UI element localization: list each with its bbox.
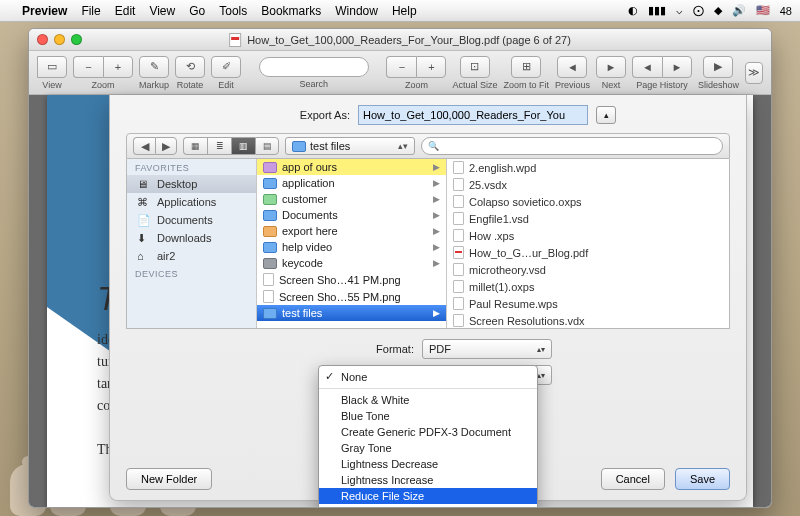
folder-item[interactable]: keycode▶ bbox=[257, 255, 446, 271]
file-item[interactable]: 25.vsdx bbox=[447, 176, 729, 193]
folder-item[interactable]: export here▶ bbox=[257, 223, 446, 239]
file-item[interactable]: Colapso sovietico.oxps bbox=[447, 193, 729, 210]
file-item[interactable]: microtheory.vsd bbox=[447, 261, 729, 278]
quartz-menu-item[interactable]: Reduce File Size bbox=[319, 488, 537, 504]
file-item[interactable]: millet(1).oxps bbox=[447, 278, 729, 295]
folder-item[interactable]: help video▶ bbox=[257, 239, 446, 255]
folder-item[interactable]: application▶ bbox=[257, 175, 446, 191]
file-browser-search[interactable]: 🔍 bbox=[421, 137, 723, 155]
file-item-label: Colapso sovietico.oxps bbox=[469, 196, 582, 208]
display-icon[interactable]: ◐ bbox=[628, 4, 638, 17]
menu-view[interactable]: View bbox=[149, 4, 175, 18]
folder-item[interactable]: Documents▶ bbox=[257, 207, 446, 223]
markup-button[interactable]: ✎ bbox=[139, 56, 169, 78]
nav-back-button[interactable]: ◀ bbox=[133, 137, 155, 155]
sidebar-item-downloads[interactable]: ⬇Downloads bbox=[127, 229, 256, 247]
quartz-menu-item[interactable]: None bbox=[319, 369, 537, 385]
nav-forward-button[interactable]: ▶ bbox=[155, 137, 177, 155]
format-label: Format: bbox=[304, 343, 414, 355]
collapse-expand-button[interactable]: ▴ bbox=[596, 106, 616, 124]
folder-item-label: test files bbox=[282, 307, 322, 319]
menu-file[interactable]: File bbox=[81, 4, 100, 18]
file-item[interactable]: Paul Resume.wps bbox=[447, 295, 729, 312]
cancel-button[interactable]: Cancel bbox=[601, 468, 665, 490]
zoom-in-button-2[interactable]: + bbox=[416, 56, 446, 78]
quartz-menu-item[interactable]: Gray Tone bbox=[319, 440, 537, 456]
devices-header: DEVICES bbox=[127, 265, 256, 281]
path-popup[interactable]: test files ▴▾ bbox=[285, 137, 415, 155]
coverflow-view-button[interactable]: ▤ bbox=[255, 137, 279, 155]
sidebar-item-air2[interactable]: ⌂air2 bbox=[127, 247, 256, 265]
menu-help[interactable]: Help bbox=[392, 4, 417, 18]
next-button[interactable]: ► bbox=[596, 56, 626, 78]
icon-view-button[interactable]: ▦ bbox=[183, 137, 207, 155]
titlebar[interactable]: How_to_Get_100,000_Readers_For_Your_Blog… bbox=[29, 29, 771, 51]
menu-edit[interactable]: Edit bbox=[115, 4, 136, 18]
folder-item[interactable]: Screen Sho…55 PM.png bbox=[257, 288, 446, 305]
zoom-to-fit-button[interactable]: ⊞ bbox=[511, 56, 541, 78]
app-menu[interactable]: Preview bbox=[22, 4, 67, 18]
dropbox-icon[interactable]: ◆ bbox=[714, 4, 722, 17]
file-browser-columns: FAVORITES 🖥Desktop⌘Applications📄Document… bbox=[126, 159, 730, 329]
sidebar-icon: 📄 bbox=[137, 214, 151, 226]
save-button[interactable]: Save bbox=[675, 468, 730, 490]
flag-icon[interactable]: 🇺🇸 bbox=[756, 4, 770, 17]
quartz-menu-item[interactable]: Lightness Increase bbox=[319, 472, 537, 488]
quartz-menu-item[interactable]: Black & White bbox=[319, 392, 537, 408]
quartz-filter-menu[interactable]: NoneBlack & WhiteBlue ToneCreate Generic… bbox=[318, 365, 538, 508]
format-popup[interactable]: PDF ▴▾ bbox=[422, 339, 552, 359]
folder-item[interactable]: test files▶ bbox=[257, 305, 446, 321]
folder-item[interactable]: Screen Sho…41 PM.png bbox=[257, 271, 446, 288]
sidebar-item-documents[interactable]: 📄Documents bbox=[127, 211, 256, 229]
menu-window[interactable]: Window bbox=[335, 4, 378, 18]
column-view-button[interactable]: ▥ bbox=[231, 137, 255, 155]
page-history-fwd[interactable]: ► bbox=[662, 56, 692, 78]
folder-item[interactable]: app of ours▶ bbox=[257, 159, 446, 175]
quartz-menu-item[interactable]: Create Generic PDFX-3 Document bbox=[319, 424, 537, 440]
previous-button[interactable]: ◄ bbox=[557, 56, 587, 78]
file-column[interactable]: 2.english.wpd25.vsdxColapso sovietico.ox… bbox=[447, 159, 729, 328]
view-mode-button[interactable]: ▭ bbox=[37, 56, 67, 78]
window-zoom-button[interactable] bbox=[71, 34, 82, 45]
wifi-icon[interactable]: ⌵ bbox=[676, 4, 683, 17]
menu-go[interactable]: Go bbox=[189, 4, 205, 18]
pdf-document-icon bbox=[229, 33, 241, 47]
sidebar-item-applications[interactable]: ⌘Applications bbox=[127, 193, 256, 211]
list-view-button[interactable]: ≣ bbox=[207, 137, 231, 155]
quartz-menu-item[interactable]: Lightness Decrease bbox=[319, 456, 537, 472]
zoom-in-button[interactable]: + bbox=[103, 56, 133, 78]
new-folder-button[interactable]: New Folder bbox=[126, 468, 212, 490]
chevron-right-icon: ▶ bbox=[433, 226, 440, 236]
zoom-out-button-2[interactable]: − bbox=[386, 56, 416, 78]
tb-slideshow-label: Slideshow bbox=[698, 80, 739, 90]
file-item[interactable]: How_to_G…ur_Blog.pdf bbox=[447, 244, 729, 261]
clock-text[interactable]: 48 bbox=[780, 5, 792, 17]
menu-bookmarks[interactable]: Bookmarks bbox=[261, 4, 321, 18]
rotate-button[interactable]: ⟲ bbox=[175, 56, 205, 78]
window-minimize-button[interactable] bbox=[54, 34, 65, 45]
toolbar-overflow-button[interactable]: ≫ bbox=[745, 62, 763, 84]
zoom-out-button[interactable]: − bbox=[73, 56, 103, 78]
quartz-menu-item[interactable]: Sepia Tone bbox=[319, 504, 537, 508]
actual-size-button[interactable]: ⊡ bbox=[460, 56, 490, 78]
folder-item[interactable]: customer▶ bbox=[257, 191, 446, 207]
page-history-back[interactable]: ◄ bbox=[632, 56, 662, 78]
toolbar-search-field[interactable] bbox=[259, 57, 369, 77]
file-item[interactable]: Screen Resolutions.vdx bbox=[447, 312, 729, 328]
edit-button[interactable]: ✐ bbox=[211, 56, 241, 78]
sidebar-item-label: Desktop bbox=[157, 178, 197, 190]
folder-item-label: Documents bbox=[282, 209, 338, 221]
sidebar-item-desktop[interactable]: 🖥Desktop bbox=[127, 175, 256, 193]
bluetooth-icon[interactable]: ⨀ bbox=[693, 4, 704, 17]
battery-icon[interactable]: ▮▮▮ bbox=[648, 4, 666, 17]
slideshow-button[interactable]: ▶ bbox=[703, 56, 733, 78]
folder-column[interactable]: app of ours▶application▶customer▶Documen… bbox=[257, 159, 447, 328]
file-item[interactable]: Engfile1.vsd bbox=[447, 210, 729, 227]
file-item[interactable]: 2.english.wpd bbox=[447, 159, 729, 176]
window-close-button[interactable] bbox=[37, 34, 48, 45]
volume-icon[interactable]: 🔊 bbox=[732, 4, 746, 17]
export-as-field[interactable] bbox=[358, 105, 588, 125]
quartz-menu-item[interactable]: Blue Tone bbox=[319, 408, 537, 424]
menu-tools[interactable]: Tools bbox=[219, 4, 247, 18]
file-item[interactable]: How .xps bbox=[447, 227, 729, 244]
